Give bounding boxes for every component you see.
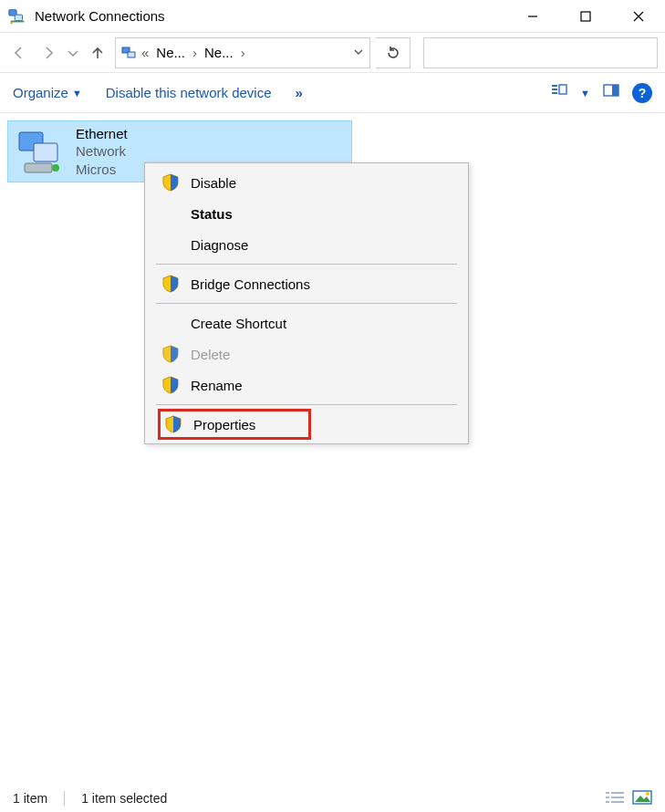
- maximize-button[interactable]: [559, 0, 612, 33]
- menu-item-label: Rename: [191, 378, 243, 393]
- shield-icon: [161, 376, 180, 394]
- organize-label: Organize: [13, 85, 68, 100]
- network-connections-app-icon: [7, 6, 27, 26]
- breadcrumb-overflow-icon[interactable]: «: [141, 45, 152, 60]
- chevron-right-icon[interactable]: ›: [237, 45, 249, 60]
- shield-icon: [161, 345, 180, 363]
- item-count: 1 item: [13, 791, 47, 806]
- svg-marker-23: [635, 796, 650, 802]
- svg-rect-3: [581, 12, 590, 21]
- menu-item-label: Diagnose: [191, 237, 248, 253]
- menu-separator: [156, 303, 457, 304]
- menu-item-disable[interactable]: Disable: [145, 167, 468, 198]
- disable-device-button[interactable]: Disable this network device: [106, 85, 272, 100]
- titlebar: Network Connections: [0, 0, 665, 33]
- search-input[interactable]: [423, 37, 658, 68]
- shield-icon: [164, 415, 182, 433]
- svg-rect-1: [15, 15, 22, 20]
- breadcrumb-segment[interactable]: Ne...: [204, 45, 234, 60]
- minimize-button[interactable]: [506, 0, 559, 33]
- refresh-button[interactable]: [376, 37, 410, 68]
- menu-item-label: Disable: [191, 175, 236, 191]
- adapter-text-block: Ethernet Network Micros: [76, 125, 128, 179]
- back-button[interactable]: [7, 41, 31, 65]
- svg-rect-9: [559, 85, 566, 94]
- menu-item-create-shortcut[interactable]: Create Shortcut: [145, 307, 468, 338]
- folder-location-icon: [121, 45, 138, 61]
- svg-point-2: [10, 22, 12, 24]
- menu-item-label: Delete: [191, 347, 230, 362]
- items-view: Ethernet Network Micros Disable Status D…: [0, 113, 665, 770]
- help-button[interactable]: ?: [632, 83, 652, 103]
- toolbar-overflow-button[interactable]: »: [296, 85, 303, 100]
- menu-separator: [156, 404, 457, 405]
- menu-item-label: Bridge Connections: [191, 276, 310, 292]
- preview-pane-button[interactable]: [603, 83, 619, 102]
- menu-item-delete: Delete: [145, 338, 468, 370]
- window-title: Network Connections: [35, 8, 165, 24]
- menu-item-label: Properties: [193, 417, 255, 432]
- up-button[interactable]: [86, 41, 109, 65]
- svg-rect-5: [128, 52, 135, 57]
- adapter-name: Ethernet: [76, 125, 128, 143]
- menu-item-rename[interactable]: Rename: [145, 370, 468, 401]
- spacer-icon: [161, 314, 180, 332]
- menu-item-label: Create Shortcut: [191, 316, 286, 331]
- menu-item-diagnose[interactable]: Diagnose: [145, 229, 468, 260]
- organize-menu[interactable]: Organize ▼: [13, 85, 82, 100]
- close-button[interactable]: [612, 0, 665, 33]
- svg-rect-6: [552, 85, 557, 87]
- svg-rect-13: [34, 143, 57, 161]
- svg-point-24: [646, 792, 649, 796]
- shield-icon: [161, 173, 180, 192]
- chevron-down-icon[interactable]: ▼: [580, 88, 590, 99]
- svg-rect-14: [25, 163, 52, 172]
- chevron-down-icon: ▼: [72, 88, 82, 99]
- forward-button[interactable]: [36, 41, 60, 65]
- separator: [64, 791, 65, 806]
- svg-point-15: [52, 164, 59, 172]
- menu-item-label: Status: [191, 206, 233, 222]
- disable-device-label: Disable this network device: [106, 85, 272, 100]
- shield-icon: [161, 275, 180, 293]
- spacer-icon: [161, 204, 180, 223]
- menu-separator: [156, 264, 457, 265]
- ethernet-adapter-icon: [17, 127, 67, 176]
- menu-item-properties[interactable]: Properties: [145, 409, 468, 440]
- highlight-box: Properties: [158, 409, 311, 440]
- menu-item-bridge[interactable]: Bridge Connections: [145, 268, 468, 299]
- address-dropdown-button[interactable]: [353, 45, 364, 60]
- adapter-status: Network: [76, 142, 128, 161]
- selection-count: 1 item selected: [81, 791, 167, 806]
- recent-locations-button[interactable]: [66, 41, 80, 65]
- svg-rect-11: [612, 85, 618, 96]
- svg-rect-7: [552, 88, 557, 90]
- menu-item-status[interactable]: Status: [145, 198, 468, 229]
- adapter-driver: Micros: [76, 161, 128, 179]
- navigation-bar: « Ne... › Ne... ›: [0, 33, 665, 73]
- details-view-button[interactable]: [605, 790, 625, 807]
- view-options-button[interactable]: [551, 83, 567, 102]
- command-toolbar: Organize ▼ Disable this network device »…: [0, 73, 665, 113]
- svg-rect-8: [552, 92, 557, 94]
- status-bar: 1 item 1 item selected: [0, 785, 665, 812]
- large-icons-view-button[interactable]: [632, 790, 652, 807]
- address-bar[interactable]: « Ne... › Ne... ›: [115, 37, 370, 68]
- context-menu: Disable Status Diagnose Bridge Connectio…: [144, 162, 469, 444]
- chevron-right-icon[interactable]: ›: [189, 45, 201, 60]
- spacer-icon: [161, 235, 180, 254]
- breadcrumb-segment[interactable]: Ne...: [156, 45, 185, 60]
